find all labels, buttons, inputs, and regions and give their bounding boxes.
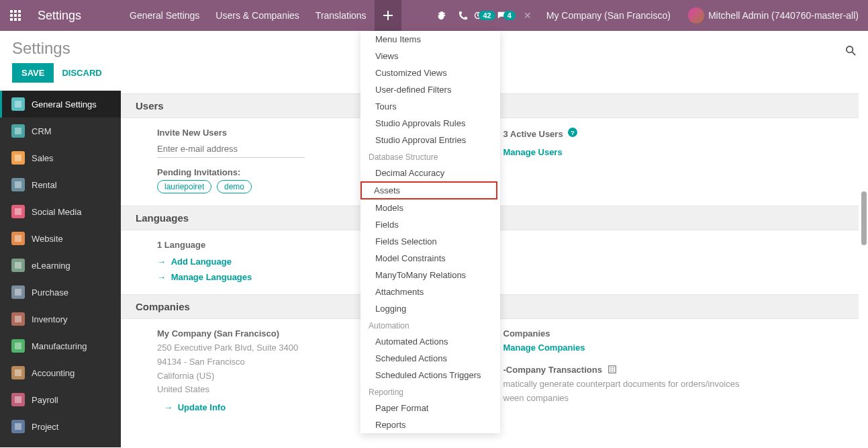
svg-rect-19 <box>15 316 21 322</box>
sidebar-item-payroll[interactable]: Payroll <box>0 386 121 413</box>
companies-label: Companies <box>503 328 550 339</box>
save-button[interactable]: SAVE <box>12 63 54 83</box>
active-users-count: 3 Active Users <box>503 129 563 139</box>
menu-general-settings[interactable]: General Settings <box>122 0 207 31</box>
dropdown-decimal-accuracy[interactable]: Decimal Accuracy <box>360 165 500 181</box>
module-icon <box>11 393 25 406</box>
add-language-link[interactable]: Add Language <box>171 257 232 267</box>
sidebar-item-general-settings[interactable]: General Settings <box>0 91 121 118</box>
messages-icon[interactable]: 4 <box>495 0 517 31</box>
sidebar-item-label: Payroll <box>32 395 58 405</box>
inter-company-desc2: ween companies <box>503 392 823 406</box>
sidebar-item-label: Purchase <box>32 287 68 298</box>
svg-text:?: ? <box>571 129 575 136</box>
sidebar-item-label: General Settings <box>32 99 97 109</box>
dropdown-models[interactable]: Models <box>360 199 500 216</box>
dropdown-user-defined-filters[interactable]: User-defined Filters <box>360 81 500 98</box>
module-icon <box>11 312 25 326</box>
manage-users-link[interactable]: Manage Users <box>503 147 563 157</box>
svg-rect-4 <box>14 14 17 17</box>
dropdown-scheduled-actions[interactable]: Scheduled Actions <box>360 350 500 367</box>
dropdown-customized-views[interactable]: Customized Views <box>360 64 500 81</box>
module-icon <box>11 205 25 218</box>
apps-icon[interactable] <box>0 0 31 31</box>
dropdown-tours[interactable]: Tours <box>360 98 500 115</box>
module-icon <box>11 232 25 245</box>
dropdown-model-constraints[interactable]: Model Constraints <box>360 250 500 267</box>
topbar: Settings General Settings Users & Compan… <box>0 0 868 31</box>
svg-rect-18 <box>15 289 21 296</box>
dropdown-studio-approval-entries[interactable]: Studio Approval Entries <box>360 132 500 148</box>
update-info-link[interactable]: Update Info <box>178 402 226 412</box>
module-icon <box>11 259 25 272</box>
close-icon[interactable]: ✕ <box>517 10 538 21</box>
svg-rect-7 <box>14 18 17 21</box>
phone-icon[interactable] <box>452 0 474 31</box>
user-name: Mitchell Admin (7440760-master-all) <box>708 10 859 21</box>
scrollbar[interactable] <box>861 191 867 245</box>
sidebar-item-accounting[interactable]: Accounting <box>0 359 121 386</box>
sidebar-item-manufacturing[interactable]: Manufacturing <box>0 332 121 359</box>
sidebar-item-label: Social Media <box>32 207 81 217</box>
module-icon <box>11 420 25 433</box>
inter-company-label: -Company Transactions <box>503 365 602 375</box>
sidebar-item-label: Inventory <box>32 314 67 324</box>
sidebar-item-sales[interactable]: Sales <box>0 144 121 171</box>
manage-companies-link[interactable]: Manage Companies <box>503 343 585 353</box>
svg-rect-23 <box>15 423 21 430</box>
discard-button[interactable]: DISCARD <box>62 68 101 78</box>
dropdown-studio-approvals-rules[interactable]: Studio Approvals Rules <box>360 115 500 132</box>
svg-rect-12 <box>15 128 21 134</box>
dropdown-fields[interactable]: Fields <box>360 216 500 233</box>
sidebar-item-label: Project <box>32 422 58 432</box>
sidebar-item-purchase[interactable]: Purchase <box>0 279 121 306</box>
activity-icon[interactable]: 42 <box>474 0 495 31</box>
search-icon[interactable] <box>846 46 856 56</box>
dropdown-logging[interactable]: Logging <box>360 300 500 317</box>
sidebar-item-social-media[interactable]: Social Media <box>0 198 121 225</box>
dropdown-fields-selection[interactable]: Fields Selection <box>360 233 500 250</box>
dropdown-paper-format[interactable]: Paper Format <box>360 400 500 416</box>
user-menu[interactable]: Mitchell Admin (7440760-master-all) <box>679 7 868 24</box>
sidebar-item-label: eLearning <box>32 261 70 271</box>
sidebar-item-crm[interactable]: CRM <box>0 118 121 144</box>
arrow-icon: → <box>164 402 173 412</box>
dropdown-views[interactable]: Views <box>360 48 500 64</box>
module-icon <box>11 151 25 165</box>
sidebar-item-label: Accounting <box>32 368 75 378</box>
dropdown-automated-actions[interactable]: Automated Actions <box>360 333 500 350</box>
svg-rect-22 <box>15 396 21 403</box>
sidebar-item-elearning[interactable]: eLearning <box>0 252 121 279</box>
svg-rect-1 <box>14 10 17 13</box>
pending-tag-1[interactable]: demo <box>217 180 252 193</box>
main-menu: General Settings Users & Companies Trans… <box>122 0 375 31</box>
svg-rect-16 <box>15 235 21 242</box>
pending-tag-0[interactable]: lauriepoiret <box>157 180 211 193</box>
sidebar-item-rental[interactable]: Rental <box>0 171 121 198</box>
svg-rect-11 <box>15 101 21 107</box>
menu-users-companies[interactable]: Users & Companies <box>207 0 307 31</box>
dropdown-menu-items[interactable]: Menu Items <box>360 31 500 48</box>
svg-rect-26 <box>608 366 616 373</box>
dropdown-assets[interactable]: Assets <box>360 181 497 199</box>
messages-badge: 4 <box>503 11 516 20</box>
svg-rect-5 <box>18 14 21 17</box>
invite-email-input[interactable] <box>157 140 305 158</box>
help-icon[interactable]: ? <box>565 129 577 139</box>
svg-rect-17 <box>15 262 21 269</box>
bug-icon[interactable] <box>431 0 452 31</box>
technical-menu-toggle[interactable] <box>375 0 401 31</box>
sidebar-item-project[interactable]: Project <box>0 413 121 440</box>
sidebar-item-inventory[interactable]: Inventory <box>0 306 121 332</box>
dropdown-reports[interactable]: Reports <box>360 416 500 433</box>
module-icon <box>11 124 25 138</box>
manage-languages-link[interactable]: Manage Languages <box>171 272 252 282</box>
menu-translations[interactable]: Translations <box>307 0 375 31</box>
company-switcher[interactable]: My Company (San Francisco) <box>538 10 679 21</box>
dropdown-scheduled-actions-triggers[interactable]: Scheduled Actions Triggers <box>360 367 500 384</box>
svg-point-10 <box>847 46 853 52</box>
dropdown-attachments[interactable]: Attachments <box>360 283 500 300</box>
sidebar-item-website[interactable]: Website <box>0 225 121 252</box>
dropdown-manytomany-relations[interactable]: ManyToMany Relations <box>360 267 500 283</box>
sidebar-item-label: Website <box>32 234 63 244</box>
